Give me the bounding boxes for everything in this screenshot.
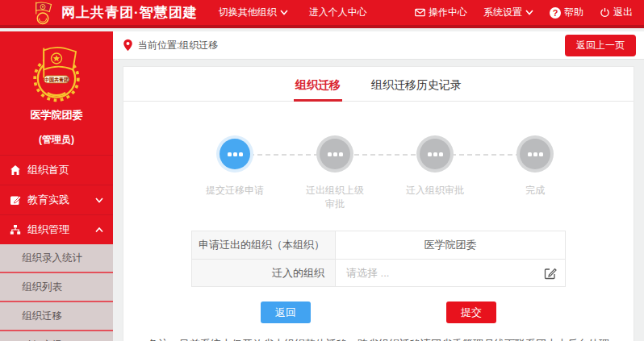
help-link[interactable]: ? 帮助	[550, 6, 583, 19]
org-name: 医学院团委	[0, 108, 113, 123]
tab-transfer-history[interactable]: 组织迁移历史记录	[371, 78, 462, 101]
switch-org-menu[interactable]: 切换其他组织	[219, 6, 288, 19]
submit-button[interactable]: 提交	[446, 301, 496, 323]
step-outgoing-superior-approval: 迁出组织上级审批	[285, 139, 385, 211]
step-circle	[420, 139, 450, 169]
org-role: (管理员)	[0, 133, 113, 147]
sidebar-item-org-home[interactable]: 组织首页	[0, 155, 113, 185]
system-settings-menu[interactable]: 系统设置	[483, 6, 533, 19]
tab-bar: 组织迁移 组织迁移历史记录	[123, 67, 634, 102]
chevron-down-icon	[280, 10, 288, 15]
personal-center-link[interactable]: 进入个人中心	[309, 6, 367, 19]
step-circle-active	[220, 139, 250, 169]
sidebar-subitem-org-entry-stats[interactable]: 组织录入统计	[0, 244, 113, 273]
breadcrumb: 当前位置:组织迁移	[138, 39, 218, 52]
league-logo-icon	[31, 1, 55, 25]
action-center-link[interactable]: 操作中心	[415, 6, 467, 19]
pencil-square-icon	[10, 194, 21, 206]
incoming-org-select[interactable]: 请选择 ...	[336, 260, 565, 286]
main-area: 当前位置:组织迁移 返回上一页 组织迁移 组织迁移历史记录 提交迁移申请	[113, 31, 644, 341]
table-row-outgoing-org: 申请迁出的组织（本组织） 医学院团委	[192, 231, 565, 259]
sidebar-subitem-benchmark-rating[interactable]: 对标定级	[0, 331, 113, 341]
step-circle	[320, 139, 350, 169]
sidebar-item-education[interactable]: 教育实践	[0, 185, 113, 214]
transfer-stepper: 提交迁移申请 迁出组织上级审批 迁入组织审批	[185, 139, 585, 219]
step-circle	[520, 139, 550, 169]
form-actions: 返回 提交	[123, 301, 634, 323]
chevron-down-icon	[95, 198, 103, 203]
sitemap-icon	[10, 224, 21, 235]
sidebar-subitem-org-transfer[interactable]: 组织迁移	[0, 302, 113, 331]
sidebar-item-org-management[interactable]: 组织管理	[0, 214, 113, 244]
top-navbar: 网上共青团·智慧团建 切换其他组织 进入个人中心 操作中心 系统设置 ? 帮助	[0, 0, 644, 28]
edit-icon[interactable]	[544, 267, 557, 280]
envelope-icon	[415, 7, 425, 18]
league-emblem-icon: 中国共青团	[27, 44, 86, 103]
table-row-incoming-org: 迁入的组织 请选择 ...	[192, 259, 565, 286]
chevron-down-icon	[525, 10, 533, 15]
power-icon	[600, 7, 610, 18]
transfer-form: 申请迁出的组织（本组织） 医学院团委 迁入的组织 请选择 ...	[191, 231, 566, 287]
step-submit-application: 提交迁移申请	[185, 139, 285, 211]
sidebar-subitem-org-list[interactable]: 组织列表	[0, 273, 113, 302]
content-area: 组织迁移 组织迁移历史记录 提交迁移申请	[113, 60, 644, 341]
sidebar-menu: 组织首页 教育实践 组织管理 组织录入统计	[0, 155, 113, 341]
svg-text:中国共青团: 中国共青团	[44, 77, 69, 83]
step-incoming-org-approval: 迁入组织审批	[385, 139, 485, 211]
incoming-org-label: 迁入的组织	[192, 260, 336, 286]
back-button[interactable]: 返回	[261, 301, 311, 323]
note-text: 备注：目前系统内仅开放省内组织整体迁移，跨省组织迁移请团省委管理员线下联系团中央…	[123, 337, 634, 341]
app-title: 网上共青团·智慧团建	[61, 3, 198, 22]
transfer-card: 组织迁移 组织迁移历史记录 提交迁移申请	[123, 66, 634, 341]
return-previous-page-button[interactable]: 返回上一页	[565, 35, 636, 56]
step-complete: 完成	[485, 139, 585, 211]
tab-org-transfer[interactable]: 组织迁移	[295, 78, 341, 101]
location-pin-icon	[123, 39, 133, 52]
sidebar: 中国共青团 医学院团委 (管理员) 组织首页 教育实践	[0, 31, 113, 341]
outgoing-org-label: 申请迁出的组织（本组织）	[192, 231, 336, 259]
question-circle-icon: ?	[550, 7, 561, 19]
logout-link[interactable]: 退出	[600, 6, 633, 19]
incoming-org-placeholder: 请选择 ...	[346, 266, 389, 281]
home-icon	[10, 164, 21, 176]
breadcrumb-bar: 当前位置:组织迁移 返回上一页	[113, 31, 644, 60]
chevron-up-icon	[95, 227, 103, 233]
outgoing-org-value: 医学院团委	[336, 231, 565, 259]
